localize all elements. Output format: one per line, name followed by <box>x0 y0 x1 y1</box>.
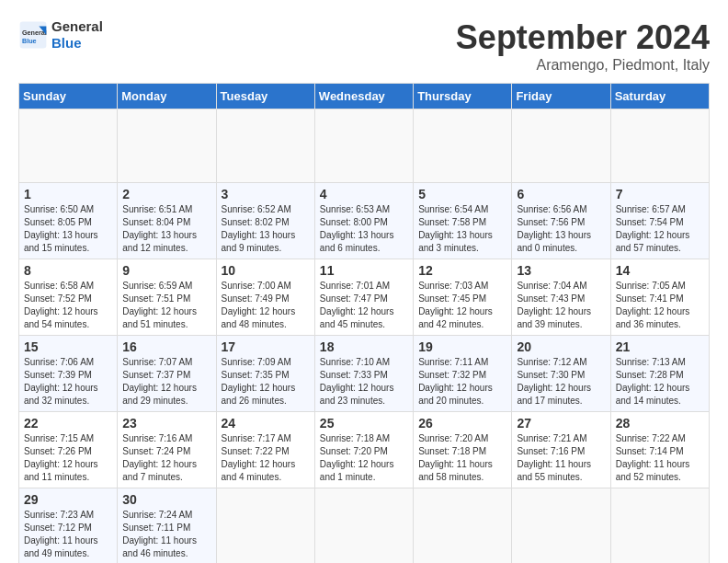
day-info: and 49 minutes. <box>24 547 112 560</box>
col-header-saturday: Saturday <box>610 84 709 109</box>
day-info: Sunrise: 7:15 AM <box>24 432 112 445</box>
calendar-cell: 6Sunrise: 6:56 AMSunset: 7:56 PMDaylight… <box>512 183 610 259</box>
day-info: and 42 minutes. <box>418 318 506 331</box>
day-info: Sunset: 7:51 PM <box>122 293 210 305</box>
day-info: and 29 minutes. <box>122 395 210 408</box>
day-info: Sunrise: 6:54 AM <box>418 203 506 216</box>
day-info: Daylight: 11 hours <box>418 458 506 471</box>
day-number: 26 <box>418 416 506 431</box>
day-number: 20 <box>517 339 605 354</box>
calendar-cell <box>314 109 413 183</box>
header-row: SundayMondayTuesdayWednesdayThursdayFrid… <box>19 84 710 109</box>
logo-blue: Blue <box>51 35 103 52</box>
day-info: Sunset: 7:33 PM <box>320 369 408 382</box>
day-info: and 58 minutes. <box>418 471 506 484</box>
day-info: Daylight: 13 hours <box>122 229 210 242</box>
day-info: and 1 minute. <box>320 471 408 484</box>
calendar-cell: 3Sunrise: 6:52 AMSunset: 8:02 PMDaylight… <box>216 183 314 259</box>
calendar-cell: 22Sunrise: 7:15 AMSunset: 7:26 PMDayligh… <box>19 412 118 488</box>
day-number: 23 <box>122 416 210 431</box>
day-info: Sunset: 7:49 PM <box>222 293 310 305</box>
calendar-cell: 11Sunrise: 7:01 AMSunset: 7:47 PMDayligh… <box>314 259 413 336</box>
day-info: Sunrise: 6:52 AM <box>222 203 310 216</box>
day-info: and 32 minutes. <box>24 395 112 408</box>
day-number: 1 <box>24 187 112 201</box>
day-number: 15 <box>24 339 112 354</box>
calendar-cell: 30Sunrise: 7:24 AMSunset: 7:11 PMDayligh… <box>118 488 216 564</box>
day-info: Sunrise: 7:13 AM <box>616 356 704 369</box>
day-info: and 23 minutes. <box>320 395 408 408</box>
day-info: Sunset: 8:04 PM <box>122 216 210 229</box>
day-info: Sunset: 7:41 PM <box>616 293 704 305</box>
day-info: Sunrise: 7:11 AM <box>418 356 506 369</box>
calendar-cell <box>414 488 512 564</box>
day-info: Sunrise: 7:24 AM <box>122 509 210 522</box>
day-info: Daylight: 12 hours <box>418 305 506 318</box>
day-number: 21 <box>616 339 704 354</box>
day-number: 7 <box>616 187 704 201</box>
day-info: Daylight: 12 hours <box>616 229 704 242</box>
day-info: Sunrise: 7:01 AM <box>320 280 408 293</box>
day-info: Daylight: 12 hours <box>320 305 408 318</box>
day-info: and 12 minutes. <box>122 242 210 255</box>
logo: General Blue General Blue <box>18 18 103 52</box>
day-number: 24 <box>222 416 310 431</box>
day-info: Sunset: 8:00 PM <box>320 216 408 229</box>
day-info: Sunrise: 7:17 AM <box>222 432 310 445</box>
day-info: Sunset: 8:02 PM <box>222 216 310 229</box>
week-row-4: 22Sunrise: 7:15 AMSunset: 7:26 PMDayligh… <box>19 412 710 488</box>
logo-icon: General Blue <box>18 20 48 50</box>
day-info: Daylight: 12 hours <box>320 382 408 395</box>
day-number: 18 <box>320 339 408 354</box>
calendar-cell: 13Sunrise: 7:04 AMSunset: 7:43 PMDayligh… <box>512 259 610 336</box>
day-info: Sunrise: 7:06 AM <box>24 356 112 369</box>
day-info: Sunset: 7:35 PM <box>222 369 310 382</box>
day-number: 2 <box>122 187 210 201</box>
day-info: Sunset: 7:24 PM <box>122 445 210 458</box>
day-info: Daylight: 12 hours <box>24 305 112 318</box>
calendar-cell: 1Sunrise: 6:50 AMSunset: 8:05 PMDaylight… <box>19 183 118 259</box>
day-info: Daylight: 12 hours <box>616 305 704 318</box>
day-info: and 52 minutes. <box>616 471 704 484</box>
col-header-tuesday: Tuesday <box>216 84 314 109</box>
day-info: Sunrise: 7:16 AM <box>122 432 210 445</box>
col-header-monday: Monday <box>118 84 216 109</box>
calendar-cell <box>512 109 610 183</box>
day-info: Sunset: 7:16 PM <box>517 445 605 458</box>
day-number: 4 <box>320 187 408 201</box>
day-info: Sunrise: 7:10 AM <box>320 356 408 369</box>
day-info: and 4 minutes. <box>222 471 310 484</box>
calendar-cell <box>610 488 709 564</box>
day-info: Daylight: 12 hours <box>24 382 112 395</box>
day-number: 16 <box>122 339 210 354</box>
day-info: Daylight: 12 hours <box>24 458 112 471</box>
day-info: Sunrise: 6:53 AM <box>320 203 408 216</box>
day-number: 10 <box>222 263 310 278</box>
calendar-cell: 14Sunrise: 7:05 AMSunset: 7:41 PMDayligh… <box>610 259 709 336</box>
calendar-cell: 26Sunrise: 7:20 AMSunset: 7:18 PMDayligh… <box>414 412 512 488</box>
day-info: Daylight: 12 hours <box>222 458 310 471</box>
day-info: Daylight: 13 hours <box>24 229 112 242</box>
calendar-cell: 17Sunrise: 7:09 AMSunset: 7:35 PMDayligh… <box>216 336 314 412</box>
day-info: and 45 minutes. <box>320 318 408 331</box>
day-info: Sunrise: 7:07 AM <box>122 356 210 369</box>
col-header-thursday: Thursday <box>414 84 512 109</box>
col-header-friday: Friday <box>512 84 610 109</box>
day-number: 12 <box>418 263 506 278</box>
calendar-table: SundayMondayTuesdayWednesdayThursdayFrid… <box>18 83 710 563</box>
calendar-cell: 8Sunrise: 6:58 AMSunset: 7:52 PMDaylight… <box>19 259 118 336</box>
day-info: Sunrise: 7:23 AM <box>24 509 112 522</box>
day-info: Sunrise: 7:18 AM <box>320 432 408 445</box>
day-info: Sunset: 7:52 PM <box>24 293 112 305</box>
day-number: 19 <box>418 339 506 354</box>
day-number: 30 <box>122 492 210 507</box>
col-header-sunday: Sunday <box>19 84 118 109</box>
day-info: and 26 minutes. <box>222 395 310 408</box>
day-info: Daylight: 12 hours <box>122 382 210 395</box>
calendar-cell <box>118 109 216 183</box>
day-info: Sunset: 7:45 PM <box>418 293 506 305</box>
day-info: Sunset: 7:22 PM <box>222 445 310 458</box>
calendar-cell: 28Sunrise: 7:22 AMSunset: 7:14 PMDayligh… <box>610 412 709 488</box>
calendar-cell: 2Sunrise: 6:51 AMSunset: 8:04 PMDaylight… <box>118 183 216 259</box>
calendar-cell: 12Sunrise: 7:03 AMSunset: 7:45 PMDayligh… <box>414 259 512 336</box>
